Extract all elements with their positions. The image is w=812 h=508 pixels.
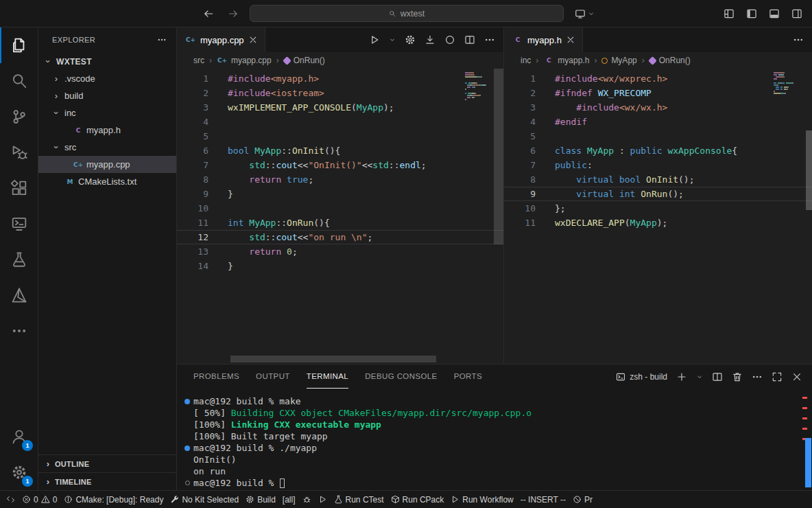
play-icon[interactable]: [369, 34, 380, 45]
terminal-selector[interactable]: zsh - build: [616, 372, 667, 382]
terminal-selector-label: zsh - build: [630, 372, 667, 382]
tree-item-vscode[interactable]: ›.vscode: [38, 70, 176, 87]
tree-item-inc[interactable]: ›inc: [38, 104, 176, 122]
status-run-ctest[interactable]: Run CTest: [331, 491, 387, 508]
status-run-cpack[interactable]: Run CPack: [387, 491, 448, 508]
chev-down-icon[interactable]: [389, 36, 396, 43]
kill-terminal-icon[interactable]: [732, 371, 743, 382]
status-cmake-build[interactable]: Build: [242, 491, 279, 508]
status-cmake-status[interactable]: CMake: [Debug]: Ready: [60, 491, 167, 508]
terminal-scrollbar[interactable]: [805, 438, 811, 487]
breadcrumb-item-myapp[interactable]: MyApp: [601, 56, 636, 65]
nav-back-icon[interactable]: [203, 8, 214, 19]
panel-tab-debug-console[interactable]: DEBUG CONSOLE: [365, 365, 438, 389]
activity-explorer-icon[interactable]: [0, 27, 38, 63]
activity-debug-icon[interactable]: [0, 135, 38, 170]
toggle-sidebar-icon[interactable]: [746, 8, 757, 19]
overview-ruler-mark: [802, 417, 807, 419]
activity-testing-icon[interactable]: [0, 242, 38, 277]
breadcrumb-item-src[interactable]: src: [193, 56, 204, 65]
sidebar-section-outline[interactable]: ›OUTLINE: [38, 454, 176, 472]
maximize-panel-icon[interactable]: [772, 371, 783, 382]
command-center-search[interactable]: wxtest: [250, 5, 564, 22]
tree-item-myapp-cpp[interactable]: C+myapp.cpp: [38, 156, 176, 173]
status-cmake-launch[interactable]: [315, 491, 331, 508]
code-editor[interactable]: 1#include<wx/wxprec.h>2#ifndef WX_PRECOM…: [504, 69, 812, 364]
breadcrumb-item-onrun[interactable]: OnRun(): [284, 56, 325, 65]
toggle-secondary-sidebar-icon[interactable]: [791, 8, 802, 19]
activity-scm-icon[interactable]: [0, 99, 38, 135]
terminal[interactable]: mac@192 build % make[ 50%] Building CXX …: [177, 389, 812, 490]
panel-tab-terminal[interactable]: TERMINAL: [307, 365, 348, 389]
code-line: 10: [177, 201, 503, 216]
close-panel-icon[interactable]: [791, 371, 802, 382]
breadcrumb-label: src: [193, 56, 204, 65]
code-line: 9}: [177, 187, 503, 201]
toggle-panel-icon[interactable]: [769, 8, 780, 19]
editor-scrollbar[interactable]: [806, 130, 812, 210]
panel-header: PROBLEMSOUTPUTTERMINALDEBUG CONSOLEPORTS…: [177, 365, 812, 389]
status-cmake-target[interactable]: [all]: [279, 491, 299, 508]
code-editor[interactable]: 1#include<myapp.h>2#include<iostream>3wx…: [177, 69, 503, 364]
status-run-workflow[interactable]: Run Workflow: [447, 491, 516, 508]
explorer-more-icon[interactable]: [157, 35, 167, 45]
terminal-line: mac@192 build % make: [181, 395, 812, 407]
split-icon[interactable]: [464, 34, 475, 45]
section-label: OUTLINE: [55, 460, 89, 468]
breadcrumb-item-myapp-cpp[interactable]: C+myapp.cpp: [217, 56, 272, 65]
activity-search-icon[interactable]: [0, 63, 38, 99]
tab-myapp-cpp[interactable]: C+myapp.cpp: [177, 27, 265, 52]
line-number: 5: [504, 129, 536, 143]
new-terminal-icon[interactable]: [676, 371, 687, 382]
activity-cmake-icon[interactable]: [0, 277, 38, 313]
tree-item-wxtest[interactable]: ›WXTEST: [38, 53, 176, 70]
line-number: 3: [504, 100, 536, 115]
status-vim-mode[interactable]: -- INSERT --: [517, 491, 569, 508]
activity-remote-icon[interactable]: [0, 206, 38, 242]
tab-myapp-h[interactable]: Cmyapp.h: [504, 27, 583, 52]
command-decoration: [181, 481, 193, 485]
activity-more-h-icon[interactable]: [0, 313, 38, 349]
terminal-line: [ 50%] Building CXX object CMakeFiles/my…: [181, 407, 812, 419]
activity-extensions-icon[interactable]: [0, 170, 38, 206]
terminal-cursor: [280, 478, 285, 488]
panel-tab-problems[interactable]: PROBLEMS: [193, 365, 239, 389]
close-icon[interactable]: [566, 35, 575, 45]
editor-horizontal-scrollbar[interactable]: [230, 356, 436, 362]
chevron-icon: ›: [43, 476, 53, 487]
circle-icon[interactable]: [444, 34, 455, 45]
editor-scrollbar[interactable]: [494, 69, 503, 244]
status-remote-indicator[interactable]: [3, 491, 19, 508]
more-h-icon[interactable]: [793, 34, 804, 45]
tree-item-cmakelists-txt[interactable]: MCMakeLists.txt: [38, 173, 176, 190]
activity-gear-icon[interactable]: 1: [0, 454, 38, 490]
terminal-dropdown-icon[interactable]: [696, 373, 703, 380]
breadcrumb-item-inc[interactable]: inc: [521, 56, 531, 65]
code-line: 3 #include<wx/wx.h>: [504, 100, 812, 115]
editor-actions: [369, 27, 503, 52]
download-icon[interactable]: [425, 34, 435, 45]
status-problems[interactable]: 00: [19, 491, 60, 508]
remote-window-dropdown[interactable]: [575, 8, 595, 19]
tree-item-myapp-h[interactable]: Cmyapp.h: [38, 122, 176, 139]
breadcrumb-item-onrun[interactable]: OnRun(): [649, 56, 691, 65]
breadcrumb: src›C+myapp.cpp›OnRun(): [177, 52, 503, 69]
status-prettier[interactable]: Pr: [569, 491, 596, 508]
activity-account-icon[interactable]: 1: [0, 419, 38, 454]
status-cmake-kit[interactable]: No Kit Selected: [167, 491, 242, 508]
customize-layout-icon[interactable]: [724, 8, 735, 19]
breadcrumb-item-myapp-h[interactable]: Cmyapp.h: [543, 56, 589, 65]
tree-item-src[interactable]: ›src: [38, 139, 176, 156]
gear-icon[interactable]: [405, 34, 416, 45]
split-terminal-icon[interactable]: [712, 371, 723, 382]
more-h-icon[interactable]: [484, 34, 495, 45]
panel-tab-ports[interactable]: PORTS: [454, 365, 482, 389]
nav-forward-icon[interactable]: [228, 8, 239, 19]
sidebar-section-timeline[interactable]: ›TIMELINE: [38, 472, 176, 490]
panel-more-icon[interactable]: [752, 371, 763, 382]
status-cmake-debug[interactable]: [299, 491, 315, 508]
close-icon[interactable]: [248, 35, 258, 45]
status-text: Run CTest: [346, 495, 384, 505]
tree-item-build[interactable]: ›build: [38, 87, 176, 104]
panel-tab-output[interactable]: OUTPUT: [256, 365, 290, 389]
